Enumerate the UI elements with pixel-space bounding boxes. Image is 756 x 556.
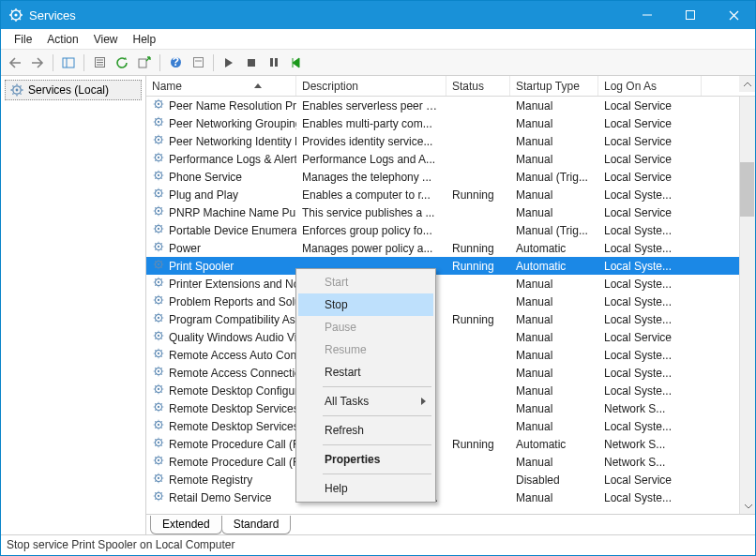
menu-action[interactable]: Action: [39, 31, 85, 48]
cell-name: Remote Registry: [146, 472, 296, 488]
svg-line-177: [161, 332, 162, 333]
service-row[interactable]: Remote RegistryDisabledLocal Service: [146, 471, 739, 488]
ctx-help[interactable]: Help: [298, 477, 433, 500]
svg-line-76: [155, 160, 156, 161]
cell-name: Peer Networking Identity M...: [146, 133, 296, 149]
cell-name: Retail Demo Service: [146, 489, 296, 505]
ctx-refresh[interactable]: Refresh: [298, 419, 433, 442]
svg-line-35: [21, 94, 22, 95]
column-header-description[interactable]: Description: [296, 76, 446, 96]
svg-line-157: [161, 296, 162, 297]
service-row[interactable]: Plug and PlayEnables a computer to r...R…: [146, 186, 739, 203]
svg-line-116: [155, 232, 156, 233]
service-row[interactable]: PowerManages power policy a...RunningAut…: [146, 239, 739, 257]
export-list-button[interactable]: [134, 53, 155, 73]
service-row[interactable]: Peer Networking GroupingEnables multi-pa…: [146, 114, 739, 132]
service-row[interactable]: Remote Access Auto Conne...ManualLocal S…: [146, 346, 739, 364]
svg-line-245: [161, 463, 162, 464]
ctx-stop[interactable]: Stop: [298, 293, 433, 316]
column-header-name[interactable]: Name: [146, 76, 296, 96]
svg-line-196: [155, 374, 156, 375]
service-row[interactable]: Remote Desktop Services U...ManualLocal …: [146, 417, 739, 435]
maximize-button[interactable]: [669, 1, 712, 29]
svg-line-164: [155, 314, 156, 315]
service-row[interactable]: Remote Desktop Configurat...ManualLocal …: [146, 382, 739, 399]
service-row[interactable]: Remote Procedure Call (RPC)RunningAutoma…: [146, 435, 739, 453]
back-button[interactable]: [5, 53, 25, 73]
scroll-thumb[interactable]: [740, 162, 754, 217]
svg-point-29: [16, 89, 19, 92]
service-row[interactable]: Peer Networking Identity M...Provides id…: [146, 132, 739, 150]
column-header-logon[interactable]: Log On As: [598, 76, 702, 96]
cell-logon: Local Service: [598, 117, 702, 130]
column-header-startup-type[interactable]: Startup Type: [510, 76, 598, 96]
svg-line-265: [161, 499, 162, 500]
forward-button[interactable]: [27, 53, 48, 73]
service-list[interactable]: Peer Name Resolution Prot...Enables serv…: [146, 97, 739, 514]
ctx-restart[interactable]: Restart: [298, 361, 433, 383]
svg-line-234: [155, 439, 156, 440]
svg-line-55: [161, 125, 162, 126]
svg-line-127: [161, 243, 162, 244]
view-tabs: Extended Standard: [146, 514, 755, 534]
vertical-scrollbar[interactable]: [739, 97, 755, 514]
cell-name: Peer Name Resolution Prot...: [146, 98, 296, 113]
gear-icon: [152, 222, 165, 238]
column-header-status[interactable]: Status: [446, 76, 510, 96]
service-row[interactable]: Remote Access Connection...ManualLocal S…: [146, 364, 739, 382]
menu-file[interactable]: File: [7, 31, 39, 48]
action-button[interactable]: [188, 53, 208, 73]
ctx-properties[interactable]: Properties: [298, 448, 433, 471]
cell-startup-type: Manual: [510, 331, 598, 344]
toolbar-separator: [53, 54, 53, 71]
svg-point-119: [158, 246, 159, 248]
service-row[interactable]: Peer Name Resolution Prot...Enables serv…: [146, 97, 739, 114]
tab-standard[interactable]: Standard: [221, 516, 292, 534]
service-row[interactable]: Quality Windows Audio Vid...ManualLocal …: [146, 328, 739, 346]
cell-logon: Local Service: [598, 99, 702, 113]
svg-line-107: [161, 207, 162, 208]
svg-line-135: [161, 267, 162, 268]
tab-extended[interactable]: Extended: [150, 516, 222, 534]
scroll-up-icon[interactable]: [739, 76, 755, 92]
minimize-button[interactable]: [626, 1, 669, 29]
menu-help[interactable]: Help: [126, 31, 164, 48]
cell-startup-type: Manual: [510, 313, 598, 326]
start-service-button[interactable]: [219, 53, 239, 73]
svg-line-187: [161, 350, 162, 351]
service-row[interactable]: Remote Procedure Call (RP...ManualNetwor…: [146, 453, 739, 471]
svg-line-247: [161, 457, 162, 458]
toolbar-separator: [83, 54, 84, 71]
svg-line-87: [161, 172, 162, 173]
service-row[interactable]: Performance Logs & AlertsPerformance Log…: [146, 150, 739, 168]
service-row[interactable]: Retail Demo ServiceThe Retail Demo servi…: [146, 488, 739, 506]
service-row[interactable]: Remote Desktop ServicesManualNetwork S..…: [146, 399, 739, 417]
refresh-button[interactable]: [112, 53, 132, 73]
service-row[interactable]: Phone ServiceManages the telephony ...Ma…: [146, 168, 739, 186]
cell-description: Enables a computer to r...: [296, 188, 446, 202]
service-row[interactable]: Portable Device Enumerator...Enforces gr…: [146, 221, 739, 239]
cell-startup-type: Manual (Trig...: [510, 224, 598, 237]
service-row[interactable]: Printer Extensions and Notif...ManualLoc…: [146, 275, 739, 293]
svg-point-149: [158, 299, 159, 301]
service-row[interactable]: Print SpoolerRunningAutomaticLocal Syste…: [146, 257, 739, 275]
svg-line-56: [155, 125, 156, 126]
ctx-all-tasks[interactable]: All Tasks: [298, 390, 433, 413]
gear-icon: [152, 151, 165, 167]
pause-service-button[interactable]: [264, 53, 284, 73]
menu-view[interactable]: View: [86, 31, 126, 48]
service-row[interactable]: Program Compatibility Assi...RunningManu…: [146, 310, 739, 328]
svg-line-217: [161, 403, 162, 404]
scroll-down-icon[interactable]: [740, 498, 756, 514]
gear-icon: [152, 187, 165, 203]
close-button[interactable]: [712, 1, 755, 29]
service-row[interactable]: Problem Reports and Soluti...ManualLocal…: [146, 293, 739, 310]
service-row[interactable]: PNRP Machine Name Publi...This service p…: [146, 203, 739, 221]
properties-button[interactable]: [89, 53, 110, 73]
show-hide-tree-button[interactable]: [58, 53, 79, 73]
sidebar-item-services-local[interactable]: Services (Local): [5, 80, 142, 100]
restart-service-button[interactable]: [286, 53, 307, 73]
stop-service-button[interactable]: [241, 53, 262, 73]
svg-line-144: [155, 278, 156, 279]
help-button[interactable]: ?: [165, 53, 186, 73]
